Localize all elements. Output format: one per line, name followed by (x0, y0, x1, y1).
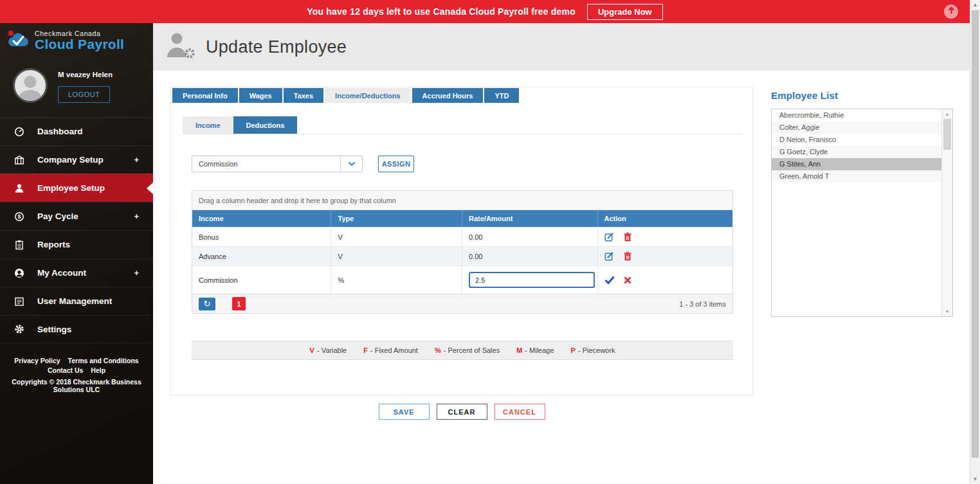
list-item[interactable]: Abercrombie, Ruthie (772, 109, 941, 121)
sidebar-footer: Privacy Policy Terms and Conditions Cont… (0, 356, 153, 393)
column-header-rate-amount[interactable]: Rate/Amount (462, 210, 597, 227)
tab-ytd[interactable]: YTD (484, 88, 519, 103)
refresh-icon[interactable]: ↻ (199, 298, 215, 310)
logo-text-line2: Cloud Payroll (35, 37, 124, 52)
user-block: M veazey Helen LOGOUT (0, 58, 153, 116)
sidebar-item-label: Settings (37, 325, 71, 334)
arrow-up-icon (947, 6, 956, 17)
main-tabs: Personal Info Wages Taxes Income/Deducti… (172, 88, 519, 103)
grid-pager: ↻ 1 1 - 3 of 3 items (192, 294, 732, 313)
subtab-income[interactable]: Income (183, 116, 233, 134)
sidebar-item-dashboard[interactable]: Dashboard (0, 117, 153, 145)
page-scrollbar[interactable]: ▲ ▼ (970, 0, 980, 484)
list-item[interactable]: G Goetz, Clyde (772, 146, 941, 158)
edit-icon[interactable] (604, 232, 614, 242)
list-item[interactable]: D Nelon, Franisco (772, 134, 941, 146)
contact-us-link[interactable]: Contact Us (48, 366, 83, 375)
page-header: Update Employee (153, 23, 970, 71)
sidebar-item-reports[interactable]: Reports (0, 230, 153, 258)
terms-link[interactable]: Terms and Conditions (68, 356, 139, 365)
sidebar: Checkmark Canada Cloud Payroll M veazey … (0, 23, 153, 484)
expand-plus-icon: + (134, 268, 139, 278)
app-logo[interactable]: Checkmark Canada Cloud Payroll (0, 23, 153, 58)
clipboard-icon (14, 240, 31, 250)
sidebar-item-settings[interactable]: Settings (0, 315, 153, 343)
tab-personal-info[interactable]: Personal Info (172, 88, 238, 103)
edit-icon[interactable] (604, 251, 614, 261)
account-circle-icon (14, 268, 31, 278)
logout-button[interactable]: LOGOUT (58, 86, 110, 103)
assign-button[interactable]: ASSIGN (378, 156, 414, 172)
scrollbar-down-icon[interactable]: ▼ (942, 309, 952, 314)
cell-rate: 0.00 (462, 247, 597, 265)
sidebar-item-pay-cycle[interactable]: $ Pay Cycle + (0, 202, 153, 230)
cell-income: Commission (192, 266, 331, 294)
chevron-down-icon[interactable] (340, 156, 362, 172)
legend-item: M- Mileage (516, 346, 554, 354)
tab-wages[interactable]: Wages (239, 88, 282, 103)
pager-info: 1 - 3 of 3 items (679, 300, 726, 308)
help-link[interactable]: Help (91, 366, 105, 375)
employee-list-box: Abercrombie, Ruthie Colter, Aggie D Nelo… (771, 109, 953, 317)
scrollbar-thumb[interactable] (972, 10, 979, 458)
legend-item: V- Variable (310, 346, 347, 354)
scrollbar-up-icon[interactable]: ▲ (970, 2, 980, 8)
rate-input[interactable] (469, 272, 595, 288)
table-row-editing: Commission % (192, 265, 732, 294)
employee-list-scrollbar[interactable]: ▲ ▼ (941, 109, 952, 316)
employee-list-panel: Employee List Abercrombie, Ruthie Colter… (771, 90, 953, 317)
person-icon (14, 183, 31, 193)
legend-item: P- Piecework (571, 346, 615, 354)
list-item[interactable]: Colter, Aggie (772, 121, 941, 134)
list-item-selected[interactable]: G Stites, Ann (772, 158, 941, 170)
scrollbar-down-icon[interactable]: ▼ (970, 476, 980, 482)
dashboard-icon (14, 127, 31, 137)
sidebar-item-company-setup[interactable]: Company Setup + (0, 145, 153, 174)
copyright-text: Copyrights © 2018 Checkmark Business Sol… (0, 378, 153, 393)
confirm-check-icon[interactable] (604, 276, 615, 284)
cell-type: V (331, 247, 462, 265)
avatar (13, 68, 48, 103)
list-item[interactable]: Green, Arnold T (772, 170, 941, 183)
income-dropdown-value: Commission (192, 160, 340, 168)
scrollbar-thumb[interactable] (943, 119, 951, 150)
table-row: Advance V 0.00 (192, 246, 732, 265)
save-button[interactable]: SAVE (379, 404, 430, 420)
sidebar-item-label: Dashboard (37, 127, 83, 136)
sub-tabs: Income Deductions (183, 116, 742, 134)
cancel-x-icon[interactable] (624, 276, 631, 284)
building-icon (14, 155, 31, 165)
page-1-button[interactable]: 1 (232, 297, 246, 310)
sidebar-item-label: User Management (37, 296, 112, 306)
sidebar-item-label: Employee Setup (37, 183, 105, 193)
sidebar-item-my-account[interactable]: My Account + (0, 258, 153, 287)
sidebar-item-user-management[interactable]: User Management (0, 287, 153, 315)
employee-gear-icon (166, 31, 197, 62)
tab-accrued-hours[interactable]: Accrued Hours (412, 88, 484, 103)
trash-icon[interactable] (623, 251, 632, 261)
svg-text:$: $ (17, 213, 21, 220)
sidebar-menu: Dashboard Company Setup + Employee Setup… (0, 117, 153, 343)
user-name: M veazey Helen (58, 71, 113, 78)
legend-item: F- Fixed Amount (363, 346, 418, 354)
income-dropdown[interactable]: Commission (192, 156, 363, 172)
subtab-deductions[interactable]: Deductions (233, 116, 298, 134)
clear-button[interactable]: CLEAR (437, 404, 487, 420)
trial-message: You have 12 days left to use Canada Clou… (307, 6, 576, 17)
legend-item: %- Percent of Sales (435, 346, 500, 354)
sidebar-item-employee-setup[interactable]: Employee Setup (0, 174, 153, 202)
type-legend: V- Variable F- Fixed Amount %- Percent o… (192, 341, 733, 360)
cancel-button[interactable]: CANCEL (495, 404, 545, 420)
column-header-income[interactable]: Income (192, 210, 331, 227)
table-row: Bonus V 0.00 (192, 227, 732, 246)
column-header-action[interactable]: Action (597, 210, 733, 227)
tab-taxes[interactable]: Taxes (284, 88, 323, 103)
privacy-policy-link[interactable]: Privacy Policy (14, 356, 60, 365)
scroll-to-top-button[interactable] (944, 4, 958, 19)
column-header-type[interactable]: Type (331, 210, 462, 227)
assign-row: Commission ASSIGN (192, 156, 414, 172)
upgrade-now-button[interactable]: Upgrade Now (587, 4, 663, 20)
trash-icon[interactable] (623, 232, 632, 242)
scrollbar-up-icon[interactable]: ▲ (942, 112, 952, 116)
tab-income-deductions[interactable]: Income/Deductions (325, 88, 410, 103)
